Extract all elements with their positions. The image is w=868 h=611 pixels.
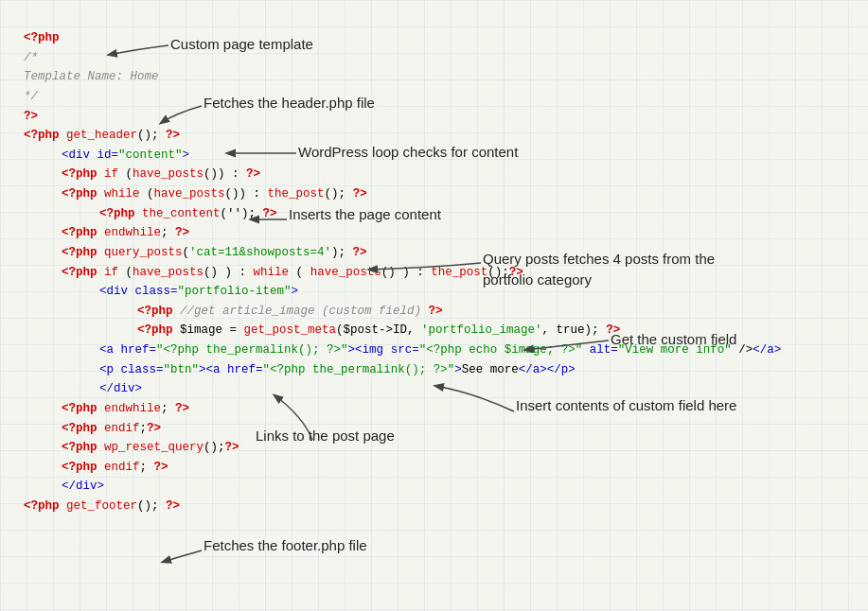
annotation-fetches-header: Fetches the header.php file [204, 95, 375, 111]
annotation-custom-page-template: Custom page template [170, 36, 313, 52]
code-line-23: <?php endif; ?> [24, 458, 781, 478]
code-line-21: <?php endif;?> [24, 419, 781, 439]
code-line-18: <p class="btn"><a href="<?php the_permal… [24, 360, 781, 380]
code-line-22: <?php wp_reset_query();?> [24, 438, 781, 458]
code-line-24: </div> [24, 477, 781, 497]
code-line-11: <?php endwhile; ?> [24, 223, 781, 243]
code-line-8: <?php if (have_posts()) : ?> [24, 165, 781, 184]
code-line-19: </div> [24, 379, 781, 399]
code-line-9: <?php while (have_posts()) : the_post();… [24, 184, 781, 204]
page: <?php /* Template Name: Home */ ?> <?php… [0, 0, 868, 611]
annotation-fetches-footer: Fetches the footer.php file [204, 537, 367, 553]
code-line-25: <?php get_footer(); ?> [24, 497, 781, 516]
code-line-5: ?> [24, 107, 781, 127]
annotation-inserts-content: Inserts the page content [289, 206, 441, 222]
annotation-insert-custom-field: Insert contents of custom field here [516, 397, 736, 413]
annotation-query-posts: Query posts fetches 4 posts from theport… [483, 249, 715, 290]
code-line-4: */ [24, 87, 781, 107]
code-line-15: <?php //get article_image (custom field)… [24, 302, 781, 322]
code-line-3: Template Name: Home [24, 67, 781, 87]
annotation-wordpress-loop: WordPress loop checks for content [298, 144, 518, 160]
code-line-2: /* [24, 48, 781, 68]
code-line-1: <?php [24, 28, 781, 48]
annotation-links-to-post: Links to the post page [256, 428, 395, 444]
annotation-custom-field: Get the custom field [611, 331, 736, 347]
code-line-6: <?php get_header(); ?> [24, 126, 781, 146]
